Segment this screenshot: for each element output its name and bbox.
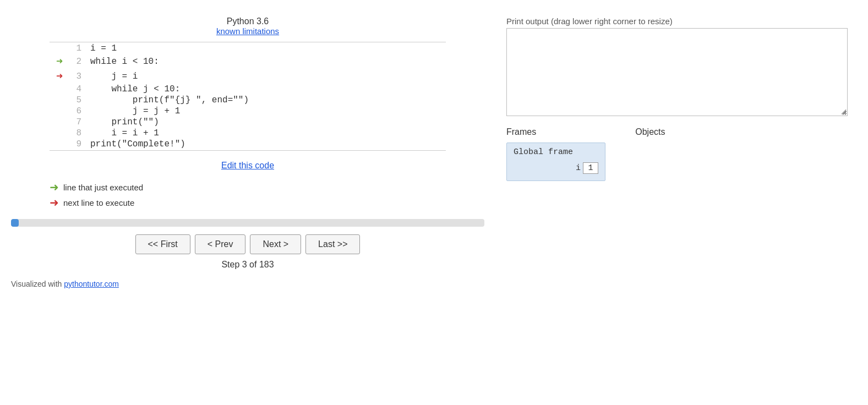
line-arrow-cell [51,84,68,94]
step-info: Step 3 of 183 [221,260,274,270]
legend-green-label: line that just executed [63,183,143,192]
code-line: 6 j = j + 1 [51,106,445,116]
line-number: 8 [69,128,85,138]
legend-red-arrow-icon: ➜ [50,196,59,209]
left-panel: Python 3.6 known limitations 1i = 1➜2whi… [0,11,495,394]
code-line: 8 i = i + 1 [51,128,445,138]
global-frame-box: Global frame i 1 [506,143,605,181]
code-line: ➜3 j = i [51,69,445,83]
print-output-label: Print output (drag lower right corner to… [506,17,857,26]
frame-var-name-i: i [576,163,581,173]
global-frame-title: Global frame [514,147,598,157]
legend: ➜ line that just executed ➜ next line to… [50,180,446,211]
code-line: 7 print("") [51,117,445,127]
legend-red-item: ➜ next line to execute [50,196,446,209]
legend-green-item: ➜ line that just executed [50,180,446,194]
line-arrow-cell [51,95,68,105]
progress-bar-fill [11,219,19,227]
line-code-text: while j < 10: [86,84,445,94]
line-code-text: j = i [86,69,445,83]
visualized-text: Visualized with [11,280,64,288]
line-number: 6 [69,106,85,116]
code-block-wrapper: 1i = 1➜2while i < 10:➜3 j = i4 while j <… [50,42,446,151]
progress-bar-track [11,219,484,227]
progress-bar-wrapper [11,219,484,227]
red-arrow-icon: ➜ [56,70,63,83]
code-line: 1i = 1 [51,43,445,53]
line-arrow-cell [51,117,68,127]
line-arrow-cell [51,43,68,53]
line-arrow-cell: ➜ [51,54,68,68]
known-limitations-link[interactable]: known limitations [216,26,279,36]
edit-code-link[interactable]: Edit this code [221,161,274,171]
line-code-text: print(f"{j} ", end="") [86,95,445,105]
line-arrow-cell [51,139,68,149]
line-arrow-cell [51,106,68,116]
legend-green-arrow-icon: ➜ [50,180,59,194]
first-button[interactable]: << First [135,234,190,254]
line-number: 2 [69,54,85,68]
nav-buttons: << First < Prev Next > Last >> [135,234,361,254]
line-number: 7 [69,117,85,127]
code-title: Python 3.6 known limitations [216,17,279,36]
code-line: 5 print(f"{j} ", end="") [51,95,445,105]
line-code-text: i = i + 1 [86,128,445,138]
line-code-text: j = j + 1 [86,106,445,116]
line-number: 1 [69,43,85,53]
legend-red-label: next line to execute [63,198,134,207]
line-number: 4 [69,84,85,94]
line-number: 3 [69,69,85,83]
objects-label: Objects [635,127,665,137]
line-arrow-cell: ➜ [51,69,68,83]
visualized-by: Visualized with pythontutor.com [11,280,119,288]
print-output-box[interactable]: ◢ [506,28,848,116]
line-number: 5 [69,95,85,105]
line-code-text: i = 1 [86,43,445,53]
line-code-text: while i < 10: [86,54,445,68]
resize-handle-icon: ◢ [841,108,846,114]
line-code-text: print("Complete!") [86,139,445,149]
pythontutor-link[interactable]: pythontutor.com [64,280,119,288]
right-panel: Print output (drag lower right corner to… [495,11,868,394]
code-line: 4 while j < 10: [51,84,445,94]
python-version-label: Python 3.6 [227,17,269,26]
prev-button[interactable]: < Prev [195,234,246,254]
code-line: 9print("Complete!") [51,139,445,149]
frames-label: Frames [506,127,536,137]
line-arrow-cell [51,128,68,138]
frames-objects-header: Frames Objects [506,127,857,137]
frame-var-value-i: 1 [583,162,598,174]
last-button[interactable]: Last >> [305,234,360,254]
code-lines: 1i = 1➜2while i < 10:➜3 j = i4 while j <… [50,42,446,150]
green-arrow-icon: ➜ [56,56,63,68]
code-line: ➜2while i < 10: [51,54,445,68]
line-number: 9 [69,139,85,149]
next-button[interactable]: Next > [250,234,301,254]
line-code-text: print("") [86,117,445,127]
frame-var-row: i 1 [514,162,598,174]
